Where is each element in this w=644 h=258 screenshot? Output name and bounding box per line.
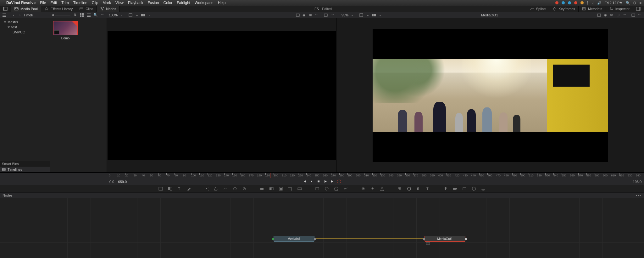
spotlight-icon[interactable]: 🔍 [626, 1, 630, 5]
effects-library-button[interactable]: Effects Library [41, 6, 76, 12]
menu-fusion[interactable]: Fusion [148, 1, 159, 5]
bspline-mask-icon[interactable] [223, 186, 228, 191]
sharpen-icon[interactable] [380, 186, 385, 191]
menu-file[interactable]: File [40, 1, 46, 5]
keyframes-button[interactable]: Keyframes [549, 6, 579, 12]
tray-dot-blue-icon[interactable] [562, 1, 565, 4]
node-connection[interactable] [314, 238, 425, 239]
time-ruler[interactable]: 0102030405060708090100110120130140150160… [0, 172, 644, 178]
clip-thumbnail[interactable]: Demo [53, 21, 78, 40]
control-center-icon[interactable]: ⌬ [633, 1, 636, 5]
viewer-more-icon-2[interactable]: ⋯ [637, 13, 642, 18]
menu-help[interactable]: Help [218, 1, 226, 5]
metadata-button[interactable]: Metadata [579, 6, 606, 12]
text-tool-icon[interactable]: T [177, 186, 182, 191]
right-zoom[interactable]: 95% [341, 13, 348, 17]
viewer-opts-icon-2[interactable]: ⋯ [622, 13, 627, 18]
nodes-options-icon[interactable]: ••• [636, 193, 641, 197]
glow-icon[interactable] [370, 186, 375, 191]
bspline-icon[interactable] [343, 186, 348, 191]
menu-color[interactable]: Color [164, 1, 173, 5]
clock[interactable]: Fri 2:12 PM [605, 1, 623, 5]
media-out-node[interactable]: MediaOut1 [425, 236, 465, 242]
siri-icon[interactable]: ≡ [640, 1, 641, 5]
color-corrector-icon[interactable] [397, 186, 402, 191]
sort-icon[interactable]: ⇅ [72, 13, 77, 18]
bin-bmpcc[interactable]: BMPCC [0, 30, 50, 35]
media-pool-button[interactable]: Media Pool [11, 6, 41, 12]
paint-tool-icon[interactable] [186, 186, 192, 191]
render3d-icon[interactable] [481, 186, 486, 191]
viewer-a-icon-2[interactable] [597, 13, 602, 18]
blur-icon[interactable] [361, 186, 366, 191]
brightness-icon[interactable] [416, 186, 421, 191]
node-output-port[interactable] [314, 238, 316, 240]
left-viewer[interactable] [107, 18, 336, 172]
bin-list-icon[interactable] [2, 13, 7, 18]
rectangle-icon[interactable] [315, 186, 320, 191]
fit-icon[interactable] [128, 13, 133, 18]
menu-timeline[interactable]: Timeline [73, 1, 87, 5]
menu-clip[interactable]: Clip [92, 1, 98, 5]
split-icon[interactable] [141, 13, 146, 18]
viewer-more-icon[interactable]: ⋯ [330, 13, 335, 18]
matte-control-icon[interactable] [259, 186, 264, 191]
bin-tree[interactable]: Master test BMPCC [0, 18, 50, 161]
hue-icon[interactable] [407, 186, 412, 191]
bt-icon[interactable]: ᛒ [587, 1, 589, 5]
camera-icon[interactable] [452, 186, 458, 191]
media-in-node[interactable]: MediaIn1 [274, 236, 314, 242]
polyline-mask-icon[interactable] [214, 186, 219, 191]
loop-icon[interactable] [337, 180, 341, 184]
play-icon[interactable] [324, 180, 327, 184]
menu-edit[interactable]: Edit [51, 1, 57, 5]
viewer-color-icon-2[interactable]: ◉ [603, 13, 608, 18]
tray-dot-red2-icon[interactable] [574, 1, 577, 4]
left-zoom[interactable]: 100% [109, 13, 118, 17]
bin-test[interactable]: test [0, 25, 50, 30]
stop-icon[interactable] [317, 180, 320, 184]
dual-viewer-icon[interactable] [631, 13, 636, 18]
expand-right-icon[interactable] [633, 6, 644, 12]
ellipse-icon[interactable] [324, 186, 329, 191]
ellipse-mask-icon[interactable] [232, 186, 237, 191]
fit-drop-icon-2[interactable]: ⌄ [365, 13, 370, 18]
merge-tool-icon[interactable] [168, 186, 173, 191]
right-viewer[interactable] [336, 18, 644, 172]
split-drop-icon-2[interactable]: ⌄ [378, 13, 383, 18]
node-input-port[interactable] [423, 238, 425, 240]
light-icon[interactable] [443, 186, 448, 191]
split-icon-2[interactable] [371, 13, 376, 18]
inspector-button[interactable]: Inspector [606, 6, 633, 12]
menu-trim[interactable]: Trim [61, 1, 69, 5]
go-start-icon[interactable] [303, 180, 307, 184]
tray-dot-red-icon[interactable] [555, 1, 558, 4]
menu-workspace[interactable]: Workspace [195, 1, 214, 5]
shape3d-icon[interactable] [471, 186, 476, 191]
zoom-dropdown-icon-2[interactable]: ⌄ [350, 13, 355, 18]
playhead[interactable] [270, 173, 270, 178]
tracker-icon[interactable] [204, 186, 209, 191]
wand-mask-icon[interactable] [242, 186, 247, 191]
app-name[interactable]: DaVinci Resolve [6, 1, 36, 5]
spline-button[interactable]: Spline [527, 6, 549, 12]
viewer-grid-icon-2[interactable]: ⊞ [615, 13, 620, 18]
fit-icon-2[interactable] [359, 13, 364, 18]
wifi-icon[interactable]: ⧙ [592, 1, 594, 5]
node-thumbnail[interactable] [426, 242, 430, 245]
timelines-row[interactable]: Timelines [0, 167, 50, 172]
split-drop-icon[interactable]: ⌄ [147, 13, 152, 18]
list-view-icon[interactable] [86, 13, 91, 18]
step-back-icon[interactable] [310, 180, 314, 184]
slider-dot-icon[interactable] [52, 14, 54, 16]
zoom-dropdown-icon[interactable]: ⌄ [119, 13, 124, 18]
node-output-port[interactable] [465, 238, 467, 240]
expand-left-icon[interactable] [0, 6, 11, 12]
single-viewer-icon[interactable] [323, 13, 328, 18]
keyer-icon[interactable]: T [425, 186, 430, 191]
menu-fairlight[interactable]: Fairlight [177, 1, 190, 5]
options-icon[interactable]: ⋯ [100, 13, 105, 18]
resize-icon[interactable] [278, 186, 283, 191]
clip-browser[interactable]: Demo [50, 18, 107, 172]
nodes-button[interactable]: Nodes [97, 6, 120, 12]
